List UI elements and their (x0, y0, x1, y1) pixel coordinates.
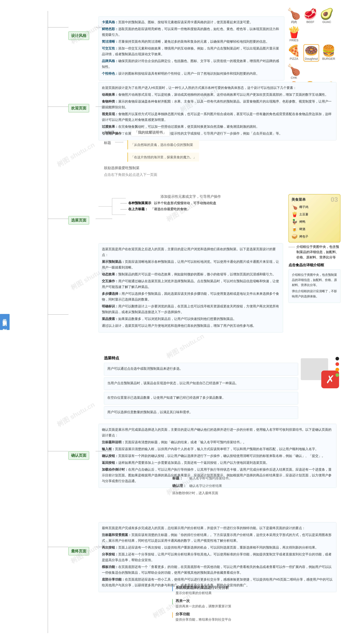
main-label: 预制菜的h5制作思路 (0, 314, 10, 330)
queren-p2: 输入框：页面应该展示清楚的输入框，以供用户内容个人的名字，输入方式应该简单明了，… (102, 446, 333, 452)
food-pizza: 🍕 PIZZA (287, 45, 301, 60)
xuancai-p7: 通过以上设计，选菜页面可以让用户方便地浏览和选择他们喜欢的预制菜品，增加了用户的… (102, 323, 280, 328)
pizza-emoji: 🍕 (287, 45, 301, 56)
zuizhong-line-1 (172, 586, 173, 591)
page-container: 树图 shutu.cn 树图 shutu.cn 树图 shutu.cn 树图 s… (0, 0, 350, 644)
menu-item-2-name: 在上方标题： (128, 206, 148, 212)
chicken-name: 鸡肉 (291, 20, 297, 24)
zuizhong-share-label: 分享功能 (176, 612, 231, 616)
beef-name: BEEF (306, 20, 314, 24)
menu-f2-name: 土豆薯 (299, 212, 308, 216)
huanying-bigtitle-row: 大标题 「我的炫耀说明书」 (104, 128, 342, 136)
xuancai-menu-items: 各种预制菜展示 以半个轮盘形式慢慢转动，可手动拖动轮盘 在上方标题： 「请选出你… (120, 200, 283, 212)
features-list: 选菜特点 用户可以通过点击选中或取消预制菜品来进行多选。 当用户点击预制菜品时，… (104, 356, 298, 419)
zuizhong-try-label: 再来一次 (176, 598, 231, 603)
zuizhong-intro: 最终页面是用户完成有多步完成进入的页面，总结展示用户的分析结果，并提供了一些进行… (102, 525, 333, 531)
queren-p3: 确认按钮：页面应该有一个跨款的确认按钮，以让用户确认选择并进行下一步操作，确认按… (102, 453, 333, 459)
burger-emoji: 🍔 (322, 45, 336, 56)
bigtitle-value: 「我的炫耀说明书」 (131, 128, 170, 136)
fries-name: FRIES (290, 38, 298, 42)
xuancai-p1: 展示预制菜品：页面应该清晰地展示各种预制菜品，让用户可以轻松地浏览。可以使用卡通… (102, 259, 280, 270)
menu-item-1: 各种预制菜展示 以半个轮盘形式慢慢转动，可手动拖动轮盘 (120, 200, 283, 206)
shejifengge-para1: 卡通风格：页面中的预制菜品、图标、按钮等元素都应该采用卡通风格的设计，使页面看起… (102, 19, 281, 25)
menu-food-4: 🍺 啤酒 (292, 226, 338, 232)
food-doughnut: 🍩 Doughnut (304, 44, 319, 62)
queren-queren-text: 确认名字让计分析结果 (189, 484, 222, 488)
biaoti-label: 标题 (104, 140, 111, 163)
menu-mock-title: 美食菜单 (292, 197, 338, 202)
guac-emoji: 🥑 (320, 8, 334, 20)
section-label-xuancai: 选菜页面 (68, 216, 89, 224)
queren-p1: 注标题和说明：页面应该有清楚的标题，例如「确认的结束」或者「输入名字即可预约排菜… (102, 439, 333, 445)
menu-f1-name: 椰子鸡 (299, 205, 308, 209)
zuizhong-try: 再来一次 提供再来一次的机会，调整并重算计算 (172, 598, 336, 608)
shejifengge-para5: 品牌风格：确保页面的设计符合企业的品牌定位，包括颜色、图标、文字等，以营造统一的… (102, 58, 281, 70)
zuizhong-content: 最终页面是用户完成有多步完成进入的页面，总结展示用户的分析结果，并提供了一些进行… (98, 522, 336, 592)
detail-labels: 介绍框位于类图中央，包含预制菜品的详细信息，如配料、价格、原材料、营养比分等 (288, 244, 340, 260)
zuizhong-sub-items: 系统根据选择的菜品进行计分分析 显示分析结果的分析结果 再来一次 提供再来一次的… (172, 585, 336, 622)
xuancai-p3: 交互操作：用户可能通过确认在选菜页面上浏览并选择预制菜品。点击预制菜品时，可以对… (102, 278, 280, 290)
zuizhong-share: 分享功能 提供分享功能，将结果分享到社交平台 (172, 612, 336, 622)
menu-food-5: 🥪 烤包子 (292, 234, 338, 240)
food-guac: 🥑 GUAC (320, 8, 334, 24)
feature-1: 用户可以通过点击选中或取消预制菜品来进行多选。 (104, 363, 298, 376)
huanying-shijue: 视觉呈现：食物图片以某些方式可以是单独静态图片轮换，也可以是一系列图片组合成动画… (102, 111, 333, 123)
zuizhong-system: 系统根据选择的菜品进行计分分析 显示分析结果的分析结果 (172, 585, 336, 595)
xuancai-p4: 多步骤选择：用户可以选择多个预制菜品，因此选菜应该支持多步骤功能，可以使用复选框… (102, 291, 280, 302)
queren-biaoti-label: 标题： (172, 476, 183, 480)
queren-sub-2: 确认理： 确认名字让计分析结果 (172, 483, 336, 488)
cta-label: 鼓励选择最爱吃预制菜 (104, 166, 342, 170)
chk-emoji: 🍗 (287, 64, 301, 75)
zuizhong-system-label: 系统根据选择的菜品进行计分分析 (176, 585, 229, 590)
menu-f1-emoji: 🍗 (292, 204, 298, 210)
circle-red (336, 362, 339, 366)
feature-2-text: 当用户点击预制菜品时，该菜品会呈现选中状态，以让用户知道自己已经选择了一种菜品。 (107, 380, 295, 386)
features-items: 用户可以通过点击选中或取消预制菜品来进行多选。 当用户点击预制菜品时，该菜品会呈… (104, 363, 298, 419)
huanying-zhonglei: 食物种类：展示的食物应该涵盖各种食材并配图：水果、主食等，以及一些有代表性的预制… (102, 98, 333, 110)
menu-f4-name: 啤酒 (299, 227, 305, 231)
quote1: 「从自然味的灵魂，选出你最心仪的预制菜 (128, 140, 199, 149)
menu-f5-emoji: 🥪 (292, 234, 298, 240)
menu-f3-emoji: 🦆 (292, 219, 298, 225)
queren-intro: 确认页面是展示用户完成菜品选择进入的页面，主要目的是让用户确认他们的选择并进行进… (102, 427, 333, 438)
queren-sub-items: 标题： 「输入名字即可预约排菜结书」 确认理： 确认名字让计分析结果 添加数秒倒… (172, 476, 336, 495)
zuizhong-p2: 再次按钮：页面上还应该有一个再次按钮，以提供给用户重新选择的机会，可以回到选菜页… (102, 544, 333, 550)
menu-item-1-desc: 以半个轮盘形式慢慢转动，可手动拖动轮盘 (154, 200, 216, 206)
chicken-emoji: 🍗 (287, 8, 301, 19)
menu-f3-name: 烤鸭 (299, 220, 305, 224)
xuancai-p2: 动态效果：预制菜品的图片可以是一些动态效果，例如旋转微妙的图标，微小的收缩等，以… (102, 272, 280, 277)
watermark-3: 树图 shutu.cn (55, 140, 96, 169)
food-beef: 🥩 BEEF (304, 8, 317, 24)
menu-f4-emoji: 🍺 (292, 226, 298, 232)
huanying-intro: 欢迎页面的设计是为了在用户进入H5页面时，让一种引人入胜的方式展示各种可爱的食物… (102, 85, 333, 91)
circle-black (336, 357, 339, 360)
section-label-queren: 确认页面 (68, 451, 89, 460)
guac-name: GUAC (322, 20, 331, 24)
xuancai-hint: 添加提示性元素或文字，引导用户操作 (98, 194, 283, 199)
zuizhong-show-result: 显示分析结果的分析结果 (176, 591, 229, 595)
detail-content: 介绍框位于类图中央，包含预制菜品的详细信息，如配料、价格、原材料、营养比分等。 … (288, 269, 340, 303)
pizza-name: PIZZA (290, 57, 298, 60)
features-title: 选菜特点 (104, 356, 298, 361)
zuizhong-text: 最终页面是用户完成有多步完成进入的页面，总结展示用户的分析结果，并提供了一些进行… (98, 522, 336, 592)
menu-mock-box: 03 美食菜单 🍗 椰子鸡 🍟 土豆薯 🦆 烤鸭 (288, 194, 340, 242)
queren-biaoti-text: 「输入名字即可预约排菜结书」 (186, 476, 232, 480)
menu-food-2: 🍟 土豆薯 (292, 212, 338, 217)
click-hint: 点击右下角箭头起点进入下一页面 (104, 172, 342, 177)
detail-p1: 介绍框位于类图中央，包含预制菜品的详细信息，如配料、价格、原材料、营养比分等。 (292, 272, 337, 288)
bigtitle-label: 大标题 (104, 130, 114, 135)
shejifengge-para2: 鲜艳色彩：选取页面的色彩应该明亮鲜艳，可以采用一些饱和度较高的颜色，如红色、黄色… (102, 26, 281, 38)
xuancai-p6: 菜品搜索：如果菜品数量多，可以浏览到菜品后，让用户可以快速找到他们想要的预制菜品… (102, 316, 280, 322)
menu-item-1-name: 各种预制菜展示 (128, 200, 151, 206)
queren-sub-1: 标题： 「输入名字即可预约排菜结书」 (172, 476, 336, 480)
queren-sub-3: 添加数秒倒计时，进入最终页面 (172, 491, 336, 495)
menu-f2-emoji: 🍟 (292, 212, 298, 217)
fries-emoji: 🍟 (287, 27, 301, 38)
title-divider (119, 132, 127, 133)
detail-p2: 弹出介绍框的设计应清晰了，不影响用户的选择体验。 (292, 289, 337, 299)
feature-3: 在空白位置显示已选菜品数量，让使用户知道了解已经已经选择了多少菜品数量。 (104, 392, 298, 404)
zuizhong-try-desc: 提供再来一次的机会，调整并重算计算 (176, 604, 231, 608)
doughnut-emoji: 🍩 (304, 45, 318, 56)
zuizhong-line-2 (172, 599, 173, 604)
menu-item-2-desc: 「请选出你最爱吃的食物」 (151, 206, 190, 212)
